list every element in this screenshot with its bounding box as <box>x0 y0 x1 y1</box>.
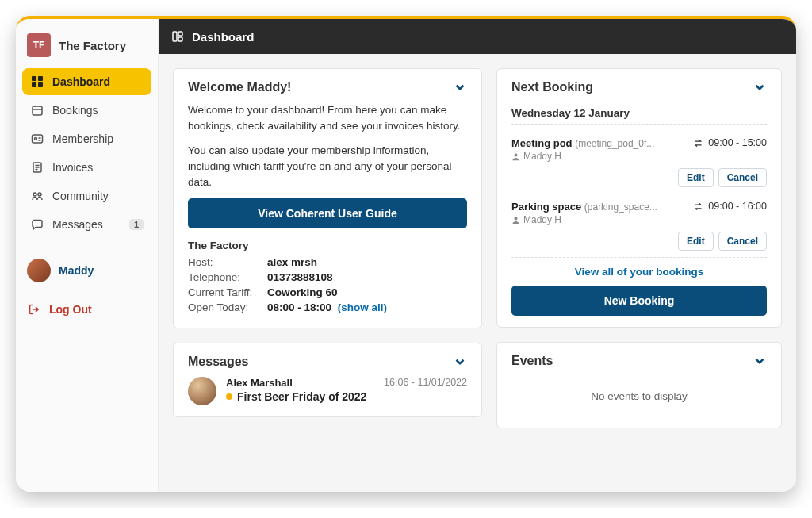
main: Dashboard Welcome Maddy! Welcome to you <box>159 19 796 492</box>
events-title: Events <box>511 354 553 368</box>
content-row: TF The Factory Dashboard Bookings <box>16 19 796 492</box>
sidebar-item-label: Community <box>52 190 109 202</box>
booking-date: Wednesday 12 January <box>511 102 767 125</box>
brand-badge: TF <box>27 33 51 57</box>
sidebar-item-messages[interactable]: Messages 1 <box>22 211 151 238</box>
svg-rect-10 <box>173 32 177 41</box>
message-body: Alex Marshall 16:06 - 11/01/2022 First B… <box>226 377 467 403</box>
svg-point-6 <box>35 138 37 140</box>
repeat-icon <box>693 201 703 212</box>
user-name: Maddy <box>59 264 94 277</box>
svg-rect-4 <box>33 106 42 115</box>
edit-booking-button[interactable]: Edit <box>678 168 714 187</box>
message-subject-text: First Beer Friday of 2022 <box>237 390 366 403</box>
tariff-label: Current Tariff: <box>188 286 267 298</box>
sidebar-item-label: Membership <box>52 132 113 145</box>
svg-point-14 <box>514 217 517 220</box>
events-card: Events No events to display <box>496 342 782 428</box>
id-icon <box>30 132 44 145</box>
svg-point-8 <box>33 193 36 196</box>
svg-rect-1 <box>38 76 43 81</box>
sidebar-item-label: Dashboard <box>52 75 110 88</box>
app-frame: TF The Factory Dashboard Bookings <box>16 16 796 492</box>
open-value: 08:00 - 18:00 <box>267 301 331 313</box>
sidebar-item-dashboard[interactable]: Dashboard <box>22 68 151 95</box>
message-datetime: 16:06 - 11/01/2022 <box>384 377 467 389</box>
cancel-booking-button[interactable]: Cancel <box>718 168 767 187</box>
host-label: Host: <box>188 256 267 268</box>
brand-name: The Factory <box>59 39 126 52</box>
sidebar-item-membership[interactable]: Membership <box>22 125 151 152</box>
booking-user: Maddy H <box>511 151 654 162</box>
welcome-card: Welcome Maddy! Welcome to your dashboard… <box>173 68 482 328</box>
booking-time: 09:00 - 15:00 <box>693 137 767 148</box>
sidebar-item-community[interactable]: Community <box>22 182 151 209</box>
welcome-text: Welcome to your dashboard! From here you… <box>188 102 467 190</box>
view-all-bookings-link[interactable]: View all of your bookings <box>511 258 767 286</box>
booking-subname: (parking_space... <box>584 201 657 213</box>
brand: TF The Factory <box>22 27 151 68</box>
avatar <box>27 259 51 282</box>
calendar-icon <box>30 104 44 117</box>
edit-booking-button[interactable]: Edit <box>678 232 714 251</box>
unread-dot-icon <box>226 393 232 400</box>
svg-point-13 <box>514 153 517 156</box>
sidebar-item-label: Messages <box>52 218 103 231</box>
svg-rect-3 <box>38 82 43 87</box>
logout-button[interactable]: Log Out <box>22 295 151 324</box>
chevron-down-icon[interactable] <box>753 354 767 368</box>
welcome-p1: Welcome to your dashboard! From here you… <box>188 102 467 135</box>
svg-rect-0 <box>32 76 36 81</box>
messages-icon <box>30 218 44 231</box>
logout-label: Log Out <box>49 303 92 316</box>
next-booking-title: Next Booking <box>511 80 593 94</box>
page-title: Dashboard <box>192 30 254 44</box>
col-right: Next Booking Wednesday 12 January Meetin… <box>496 68 782 478</box>
chevron-down-icon[interactable] <box>453 355 467 369</box>
booking-item: Parking space (parking_space... Maddy H <box>511 194 767 258</box>
host-value: alex mrsh <box>267 256 317 268</box>
factory-title: The Factory <box>188 240 467 251</box>
events-empty: No events to display <box>511 376 767 416</box>
logout-icon <box>27 303 41 316</box>
sidebar: TF The Factory Dashboard Bookings <box>16 19 159 492</box>
open-label: Open Today: <box>188 301 267 313</box>
message-sender: Alex Marshall <box>226 377 293 389</box>
welcome-card-header: Welcome Maddy! <box>188 80 467 94</box>
user-guide-button[interactable]: View Coherent User Guide <box>188 198 467 228</box>
factory-info: The Factory Host:alex mrsh Telephone:013… <box>188 240 467 313</box>
welcome-p2: You can also update your membership info… <box>188 143 467 191</box>
show-all-link[interactable]: (show all) <box>338 301 387 313</box>
sidebar-item-invoices[interactable]: Invoices <box>22 154 151 181</box>
sidebar-item-bookings[interactable]: Bookings <box>22 97 151 124</box>
booking-user: Maddy H <box>511 214 657 225</box>
svg-rect-11 <box>178 32 182 36</box>
messages-badge: 1 <box>129 219 144 230</box>
chevron-down-icon[interactable] <box>753 80 767 94</box>
invoice-icon <box>30 161 44 174</box>
chevron-down-icon[interactable] <box>453 80 467 94</box>
booking-name: Parking space <box>511 201 581 213</box>
next-booking-card: Next Booking Wednesday 12 January Meetin… <box>496 68 782 328</box>
community-icon <box>30 190 44 202</box>
message-item[interactable]: Alex Marshall 16:06 - 11/01/2022 First B… <box>188 377 467 405</box>
next-booking-header: Next Booking <box>511 80 767 94</box>
messages-card-header: Messages <box>188 355 467 369</box>
messages-title: Messages <box>188 355 249 369</box>
booking-subname: (meeting_pod_0f... <box>575 138 654 149</box>
phone-value: 01373888108 <box>267 271 333 283</box>
repeat-icon <box>693 138 703 148</box>
tariff-value: Coworking 60 <box>267 286 338 298</box>
main-header: Dashboard <box>159 19 796 54</box>
sidebar-item-label: Invoices <box>52 161 93 174</box>
message-subject: First Beer Friday of 2022 <box>226 390 467 403</box>
user-block[interactable]: Maddy <box>22 254 151 287</box>
phone-label: Telephone: <box>188 271 267 283</box>
cancel-booking-button[interactable]: Cancel <box>718 232 767 251</box>
svg-rect-12 <box>178 37 182 41</box>
new-booking-button[interactable]: New Booking <box>511 286 767 316</box>
col-left: Welcome Maddy! Welcome to your dashboard… <box>173 68 482 478</box>
booking-item: Meeting pod (meeting_pod_0f... Maddy H <box>511 131 767 194</box>
dashboard-icon <box>30 75 44 88</box>
sidebar-nav: Dashboard Bookings Membership <box>22 68 151 238</box>
